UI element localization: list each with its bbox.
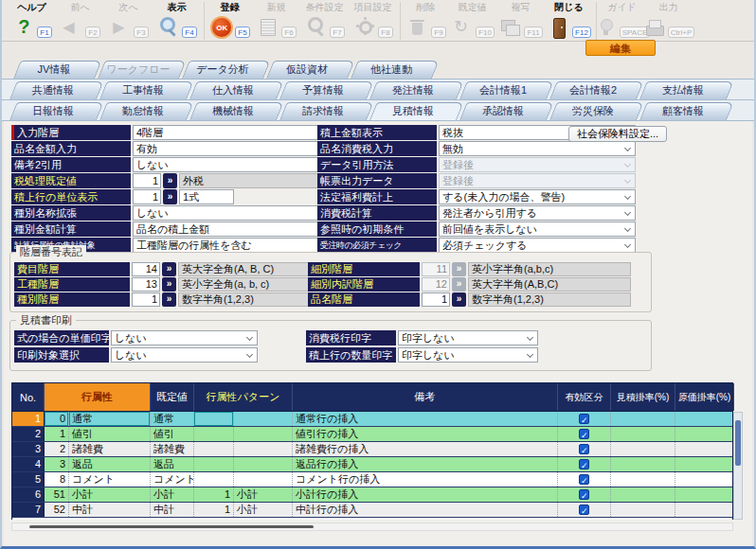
reference-button[interactable]: [162, 292, 176, 307]
row-number-cell[interactable]: 3: [12, 442, 45, 456]
vertical-scrollbar-thumb[interactable]: [735, 420, 741, 466]
active-checkbox[interactable]: [579, 414, 589, 424]
table-row[interactable]: 6 51 小計 小計 1 小計 小計行の挿入: [12, 487, 732, 503]
dropdown[interactable]: 登録後: [439, 173, 636, 188]
attr-no-cell[interactable]: 2: [45, 442, 69, 456]
table-row[interactable]: 2 1 値引 値引 値引行の挿入: [12, 427, 732, 442]
tab[interactable]: 労災保険: [549, 102, 637, 120]
cost-rate-cell[interactable]: [675, 472, 733, 487]
pattern-no-cell[interactable]: 1: [194, 503, 234, 517]
tab[interactable]: 工事情報: [99, 81, 187, 99]
reference-value[interactable]: 1式: [179, 189, 234, 204]
dropdown[interactable]: 印字しない: [398, 347, 538, 363]
col-header-remark[interactable]: 備考: [293, 383, 558, 411]
col-header-no[interactable]: No.: [12, 383, 45, 411]
reference-button[interactable]: [163, 189, 177, 204]
reference-button[interactable]: [163, 173, 177, 188]
remark-cell[interactable]: コメント行の挿入: [293, 472, 558, 487]
dropdown[interactable]: しない: [133, 157, 330, 172]
horizontal-scrollbar[interactable]: [11, 522, 733, 531]
number-input[interactable]: 1: [133, 173, 161, 188]
pattern-no-cell[interactable]: [194, 427, 234, 441]
pattern-no-cell[interactable]: [194, 457, 234, 471]
cost-rate-cell[interactable]: [675, 487, 733, 502]
dropdown[interactable]: 品名の積上金額: [133, 221, 330, 237]
active-checkbox[interactable]: [579, 459, 589, 469]
toolbar-button[interactable]: 登録 F5: [204, 2, 252, 40]
attr-name-cell[interactable]: 値引: [69, 427, 151, 441]
toolbar-button[interactable]: ヘルプ F1: [8, 2, 56, 40]
default-value-cell[interactable]: 通常: [151, 412, 194, 426]
attr-no-cell[interactable]: 1: [45, 427, 69, 441]
cost-rate-cell[interactable]: [675, 457, 733, 471]
reference-button[interactable]: [162, 277, 176, 292]
dropdown[interactable]: しない: [111, 347, 258, 363]
number-input[interactable]: 13: [132, 277, 160, 292]
default-value-cell[interactable]: コメント: [151, 472, 194, 487]
number-input[interactable]: 1: [133, 189, 161, 204]
attr-name-cell[interactable]: 諸雑費: [69, 442, 151, 456]
vertical-scrollbar[interactable]: [733, 412, 743, 520]
tab[interactable]: 顧客情報: [639, 102, 727, 120]
dropdown[interactable]: 有効: [133, 141, 330, 156]
dropdown[interactable]: しない: [133, 205, 330, 221]
remark-cell[interactable]: 諸雑費行の挿入: [293, 442, 558, 456]
default-value-cell[interactable]: 返品: [151, 457, 194, 471]
attr-no-cell[interactable]: 0: [45, 412, 69, 426]
attr-no-cell[interactable]: 52: [45, 503, 69, 517]
tab[interactable]: 発注情報: [369, 81, 457, 99]
default-value-cell[interactable]: 諸雑費: [151, 442, 194, 456]
default-value-cell[interactable]: 値引: [151, 427, 194, 441]
edit-button[interactable]: 編集: [585, 40, 656, 56]
dropdown[interactable]: する(未入力の場合、警告): [439, 189, 636, 204]
remark-cell[interactable]: 小計行の挿入: [293, 487, 558, 502]
attr-no-cell[interactable]: 51: [45, 487, 69, 502]
dropdown[interactable]: 必須チェックする: [439, 238, 636, 253]
attr-name-cell[interactable]: コメント: [69, 472, 151, 487]
number-input[interactable]: 1: [422, 292, 450, 307]
tab[interactable]: 請求情報: [279, 102, 367, 120]
col-header-attr[interactable]: 行属性: [45, 383, 151, 411]
pattern-name-cell[interactable]: [234, 457, 293, 471]
attr-name-cell[interactable]: 中計: [69, 503, 151, 517]
row-number-cell[interactable]: 4: [12, 457, 45, 471]
estimate-rate-cell[interactable]: [611, 457, 675, 471]
active-checkbox[interactable]: [579, 429, 589, 439]
estimate-rate-cell[interactable]: [611, 412, 675, 426]
active-checkbox[interactable]: [579, 444, 589, 454]
row-number-cell[interactable]: 2: [12, 427, 45, 441]
social-insurance-settings-button[interactable]: 社会保険料設定...: [568, 126, 667, 142]
active-checkbox[interactable]: [579, 505, 589, 515]
pattern-name-cell[interactable]: [234, 412, 293, 426]
tab[interactable]: 支払情報: [639, 81, 727, 99]
pattern-no-cell[interactable]: [194, 442, 234, 456]
tab[interactable]: 共通情報: [9, 81, 97, 99]
tab[interactable]: 仕入情報: [189, 81, 277, 99]
pattern-no-cell[interactable]: [194, 472, 234, 487]
col-header-default[interactable]: 既定値: [151, 383, 194, 411]
table-row[interactable]: 5 8 コメント コメント コメント行の挿入: [12, 472, 732, 487]
number-input[interactable]: 1: [132, 292, 160, 307]
reference-button[interactable]: [162, 262, 176, 276]
pattern-name-cell[interactable]: [234, 472, 293, 487]
tab[interactable]: 会計情報2: [549, 81, 637, 99]
toolbar-button[interactable]: 閉じる F12: [545, 2, 593, 40]
active-checkbox[interactable]: [579, 474, 589, 485]
tab[interactable]: 仮設資材: [266, 61, 348, 79]
number-input[interactable]: 14: [132, 262, 160, 276]
pattern-name-cell[interactable]: [234, 442, 293, 456]
col-header-estimate-rate[interactable]: 見積掛率(%): [611, 383, 675, 411]
estimate-rate-cell[interactable]: [611, 442, 675, 456]
horizontal-scrollbar-thumb[interactable]: [29, 525, 314, 528]
tab[interactable]: 他社連動: [351, 61, 432, 79]
cost-rate-cell[interactable]: [675, 503, 733, 517]
tab[interactable]: 日報情報: [9, 102, 97, 120]
tab[interactable]: 勤怠情報: [99, 102, 187, 120]
pattern-name-cell[interactable]: [234, 427, 293, 441]
table-row[interactable]: 4 3 返品 返品 返品行の挿入: [12, 457, 732, 472]
default-value-cell[interactable]: 小計: [151, 487, 194, 502]
pattern-name-cell[interactable]: 小計: [234, 503, 293, 517]
tab[interactable]: 会計情報1: [459, 81, 547, 99]
tab[interactable]: 機械情報: [189, 102, 277, 120]
col-header-pattern[interactable]: 行属性パターン: [194, 383, 293, 411]
